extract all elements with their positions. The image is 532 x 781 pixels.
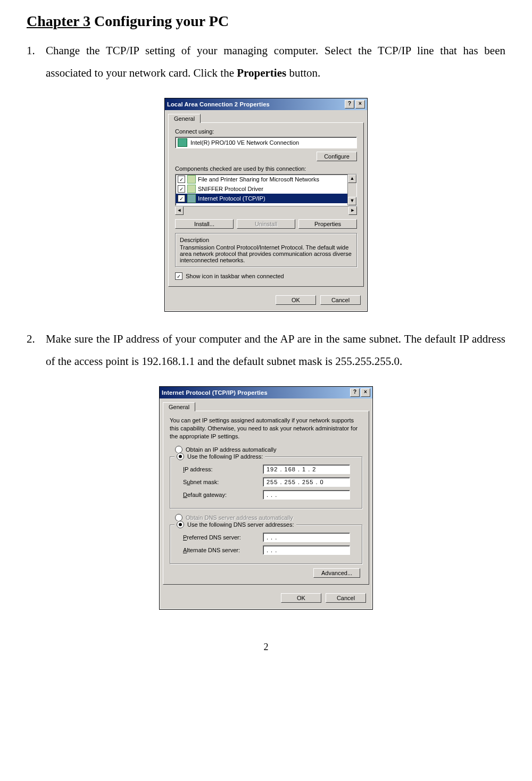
tcpip-properties-dialog: Internet Protocol (TCP/IP) Properties ? … (159, 386, 373, 610)
checkbox-icon[interactable]: ✓ (178, 176, 185, 183)
step-2-number: 2. (27, 328, 46, 372)
step-1-text: Change the TCP/IP setting of your managi… (46, 39, 505, 84)
step-1: 1. Change the TCP/IP setting of your man… (27, 39, 505, 84)
show-icon-label: Show icon in taskbar when connected (186, 273, 284, 279)
components-listbox[interactable]: ✓ File and Printer Sharing for Microsoft… (175, 174, 357, 206)
ip-address-input[interactable]: 192 . 168 . 1 . 2 (263, 464, 350, 474)
scroll-up-icon[interactable]: ▲ (348, 175, 356, 183)
advanced-button[interactable]: Advanced... (313, 568, 360, 578)
show-icon-checkbox[interactable]: ✓ (175, 272, 182, 280)
show-icon-row[interactable]: ✓ Show icon in taskbar when connected (175, 272, 357, 280)
step-1-text-after: button. (286, 67, 320, 79)
lan-properties-dialog: Local Area Connection 2 Properties ? × G… (164, 98, 368, 312)
scroll-down-icon[interactable]: ▼ (348, 197, 356, 205)
components-label: Components checked are used by this conn… (175, 165, 357, 172)
preferred-dns-label: Preferred DNS server: (183, 534, 263, 541)
dlg1-ok-button[interactable]: OK (276, 295, 316, 305)
list-item: ✓ File and Printer Sharing for Microsoft… (176, 175, 356, 184)
step-2: 2. Make sure the IP address of your comp… (27, 328, 505, 372)
radio-icon[interactable] (177, 521, 184, 528)
nic-field: Intel(R) PRO/100 VE Network Connection (175, 137, 357, 148)
dlg1-help-button[interactable]: ? (345, 100, 354, 109)
protocol-icon (187, 185, 196, 193)
uninstall-button: Uninstall (237, 219, 295, 229)
dlg2-close-button[interactable]: × (361, 388, 370, 397)
dlg1-cancel-button[interactable]: Cancel (320, 295, 361, 305)
properties-button[interactable]: Properties (298, 219, 357, 229)
list-item-selected: ✓ Internet Protocol (TCP/IP) (176, 194, 356, 203)
dlg1-title: Local Area Connection 2 Properties (167, 101, 270, 107)
dns-groupbox: Use the following DNS server addresses: … (170, 525, 362, 564)
radio-obtain-ip[interactable]: Obtain an IP address automatically (175, 446, 362, 453)
dlg2-ok-button[interactable]: OK (281, 593, 321, 603)
dlg2-footer: OK Cancel (160, 588, 372, 609)
dlg2-titlebar: Internet Protocol (TCP/IP) Properties ? … (160, 387, 372, 398)
subnet-mask-label: Subnet mask: (183, 479, 263, 485)
radio-use-dns-label: Use the following DNS server addresses: (187, 521, 294, 528)
step-2-text: Make sure the IP address of your compute… (46, 328, 505, 372)
list-item: ✓ SNIFFER Protocol Driver (176, 184, 356, 194)
component-2: SNIFFER Protocol Driver (198, 186, 263, 192)
checkbox-icon[interactable]: ✓ (178, 195, 185, 202)
dlg2-intro: You can get IP settings assigned automat… (170, 417, 362, 441)
radio-use-ip-label: Use the following IP address: (187, 453, 263, 460)
dlg2-tab-general[interactable]: General (163, 402, 195, 411)
radio-use-ip[interactable]: Use the following IP address: (174, 453, 265, 460)
dlg1-tabstrip: General (165, 110, 367, 122)
scroll-right-icon[interactable]: ► (348, 206, 357, 215)
ip-address-label: IIP address:P address: (183, 466, 263, 472)
radio-obtain-ip-label: Obtain an IP address automatically (186, 446, 276, 453)
radio-use-dns[interactable]: Use the following DNS server addresses: (174, 521, 296, 528)
default-gateway-input[interactable]: . . . (263, 490, 350, 500)
default-gateway-label: Default gateway: (183, 492, 263, 498)
dlg1-titlebar: Local Area Connection 2 Properties ? × (165, 98, 367, 110)
radio-icon (175, 514, 182, 521)
subnet-mask-input[interactable]: 255 . 255 . 255 . 0 (263, 477, 350, 487)
radio-obtain-dns: Obtain DNS server address automatically (175, 514, 362, 521)
alternate-dns-label: Alternate DNS server: (183, 547, 263, 553)
radio-obtain-dns-label: Obtain DNS server address automatically (186, 514, 293, 521)
dlg2-cancel-button[interactable]: Cancel (326, 593, 366, 603)
step-1-number: 1. (27, 39, 46, 84)
scroll-left-icon[interactable]: ◄ (175, 206, 184, 215)
radio-icon[interactable] (175, 446, 182, 453)
nic-icon (178, 138, 187, 147)
dlg2-tabstrip: General (160, 398, 372, 411)
ip-groupbox: Use the following IP address: IIP addres… (170, 456, 362, 509)
page-number: 2 (27, 642, 505, 653)
checkbox-icon[interactable]: ✓ (178, 185, 185, 193)
configure-button[interactable]: Configure (317, 152, 357, 161)
chapter-title: Configuring your PC (90, 13, 229, 29)
description-group: Description Transmission Control Protoco… (175, 233, 357, 267)
dlg1-tab-general[interactable]: General (168, 114, 201, 123)
chapter-number: Chapter 3 (27, 13, 90, 29)
description-text: Transmission Control Protocol/Internet P… (180, 244, 352, 263)
protocol-icon (187, 194, 196, 203)
dlg1-body: Connect using: Intel(R) PRO/100 VE Netwo… (168, 122, 364, 287)
dlg2-body: You can get IP settings assigned automat… (163, 411, 369, 585)
dlg1-close-button[interactable]: × (355, 100, 365, 109)
connect-using-label: Connect using: (175, 128, 357, 135)
preferred-dns-input[interactable]: . . . (263, 533, 350, 542)
dlg2-title: Internet Protocol (TCP/IP) Properties (162, 389, 268, 396)
description-label: Description (180, 237, 352, 243)
alternate-dns-input[interactable]: . . . (263, 545, 350, 555)
nic-name: Intel(R) PRO/100 VE Network Connection (190, 139, 299, 146)
dlg2-help-button[interactable]: ? (350, 388, 360, 397)
chapter-heading: Chapter 3 Configuring your PC (27, 13, 505, 30)
install-button[interactable]: Install... (175, 219, 234, 229)
vertical-scrollbar[interactable]: ▲ ▼ (347, 175, 356, 205)
component-1: File and Printer Sharing for Microsoft N… (198, 176, 319, 182)
radio-icon[interactable] (177, 453, 184, 460)
horizontal-scrollbar[interactable]: ◄ ► (175, 206, 357, 215)
step-1-bold: Properties (237, 67, 286, 79)
component-3: Internet Protocol (TCP/IP) (198, 195, 265, 202)
share-icon (187, 175, 196, 184)
dlg1-footer: OK Cancel (165, 290, 367, 311)
